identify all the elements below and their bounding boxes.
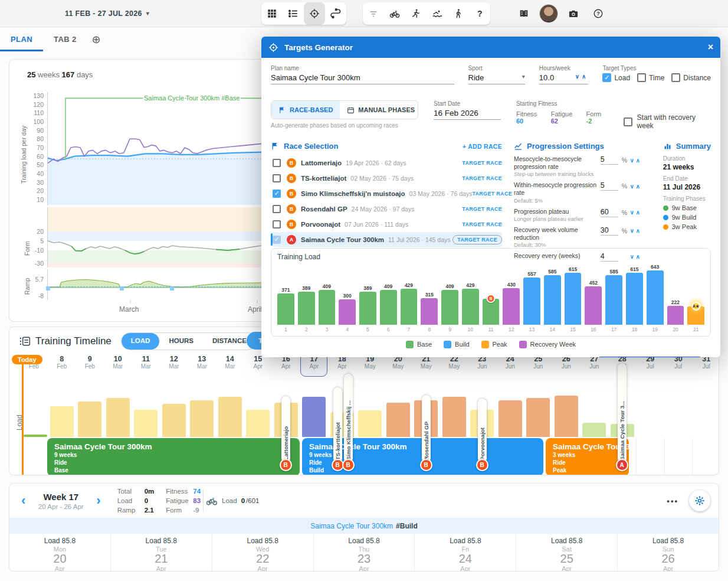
checkbox-unchecked[interactable] [273, 205, 281, 213]
walk-icon[interactable] [448, 2, 469, 25]
manual-phases-option[interactable]: MANUAL PHASES [340, 101, 418, 119]
weekly-load-bar[interactable] [386, 403, 410, 437]
bike-icon[interactable] [384, 2, 405, 25]
target-type-distance[interactable]: Distance [671, 73, 711, 82]
phase-bar-peak[interactable]: Saimaa Cycle Tour 300k3 weeksRidePeak [546, 438, 629, 475]
recovery-week-checkbox[interactable]: Start with recovery week [624, 109, 711, 135]
week-column-label[interactable]: 8Feb [48, 355, 76, 370]
week-column-label[interactable]: 14Mar [216, 355, 244, 370]
race-based-option[interactable]: RACE-BASED [271, 101, 340, 119]
weekly-load-bar[interactable] [78, 402, 101, 437]
close-icon[interactable]: × [708, 42, 713, 53]
target-race-button[interactable]: TARGET RACE [472, 191, 512, 197]
target-race-button[interactable]: TARGET RACE [462, 160, 502, 166]
race-row[interactable]: ✓BSimo Klimscheffskij'n muistoajo03 May … [271, 186, 502, 201]
stepper-icons[interactable]: ∨∧ [630, 157, 642, 164]
week-plan-banner[interactable]: Saimaa Cycle Tour 300km #Build [9, 518, 719, 534]
day-cell[interactable]: Load 85.8Wed22Apr [212, 534, 313, 572]
target-type-load[interactable]: ✓Load [602, 73, 630, 82]
weekly-load-bar[interactable] [582, 423, 606, 437]
filter-icon[interactable] [363, 2, 384, 25]
week-column-label[interactable]: 11Mar [132, 355, 160, 370]
target-race-button[interactable]: TARGET RACE [452, 235, 502, 244]
race-row[interactable]: BTS-kortteliajot02 May 2026 · 75 daysTAR… [271, 171, 502, 185]
weekly-load-bar[interactable] [218, 397, 242, 437]
race-flag-pill[interactable]: Porvoonajot [478, 399, 487, 463]
stepper-icons[interactable]: ∨∧ [630, 227, 642, 234]
race-flag-pill[interactable]: TS-kortteliajot [333, 387, 342, 463]
toggle-load[interactable]: LOAD [122, 333, 160, 350]
sport-select[interactable]: Ride ▾ [468, 73, 525, 84]
phase-bar-base[interactable]: Saimaa Cycle Tour 300km9 weeksRideBase [47, 438, 300, 475]
weekly-load-bar[interactable] [499, 400, 522, 437]
checkbox-checked[interactable]: ✓ [273, 236, 281, 244]
hours-per-week-input[interactable]: 10.0 ∨∧ [539, 73, 589, 84]
checkbox-checked[interactable]: ✓ [273, 190, 281, 198]
book-icon[interactable] [515, 2, 533, 25]
weekly-load-bar[interactable] [162, 404, 186, 437]
tab-plan[interactable]: PLAN [0, 28, 43, 51]
weekly-load-bar[interactable] [50, 406, 74, 437]
day-cell[interactable]: Load 85.8Mon20Apr [9, 534, 110, 572]
setting-value-input[interactable]: 30 [601, 226, 618, 236]
week-column-label[interactable]: 13Mar [188, 355, 216, 370]
target-type-time[interactable]: Time [637, 73, 664, 82]
weekly-load-bar[interactable] [442, 397, 466, 437]
race-flag-pill[interactable]: Simo Klimscheffskij ... [344, 374, 353, 463]
target-view-icon[interactable] [304, 2, 325, 25]
question-icon[interactable]: ? [469, 2, 490, 25]
route-view-icon[interactable] [325, 2, 346, 25]
grid-view-icon[interactable] [261, 2, 283, 25]
checkbox-unchecked[interactable] [273, 159, 281, 167]
more-options-icon[interactable]: ••• [667, 497, 678, 505]
day-cell[interactable]: Load 85.8Fri24Apr [414, 534, 516, 572]
race-row[interactable]: BRosendahl GP24 May 2026 · 97 daysTARGET… [271, 201, 502, 216]
week-column-label[interactable]: 9Feb [76, 355, 104, 370]
race-flag-pill[interactable]: Lattomeriajo [281, 396, 290, 463]
target-race-button[interactable]: TARGET RACE [462, 206, 502, 212]
race-row[interactable]: BLattomeriajo19 Apr 2026 · 62 daysTARGET… [271, 155, 502, 170]
weekly-load-bar[interactable] [246, 410, 270, 437]
avatar[interactable] [540, 5, 558, 22]
day-cell[interactable]: Load 85.8Sat25Apr [516, 534, 617, 572]
day-cell[interactable]: Load 85.8Thu23Apr [313, 534, 415, 572]
week-column-label[interactable]: 12Mar [160, 355, 188, 370]
day-cell[interactable]: Load 85.8Tue21Apr [110, 534, 212, 572]
target-race-button[interactable]: TARGET RACE [462, 221, 502, 227]
weekly-load-bar[interactable] [302, 397, 326, 437]
checkbox-unchecked[interactable] [273, 220, 281, 229]
run-icon[interactable] [405, 2, 427, 25]
day-cell[interactable]: Load 85.8Sun26Apr [617, 534, 719, 572]
race-row[interactable]: ✓ASaimaa Cycle Tour 300km11 Jul 2026 · 1… [271, 232, 502, 247]
list-view-icon[interactable] [283, 2, 304, 25]
weekly-load-bar[interactable] [106, 398, 130, 437]
weekly-load-bar[interactable] [526, 398, 550, 437]
prev-week-button[interactable]: ‹ [18, 493, 29, 508]
swim-icon[interactable] [427, 2, 448, 25]
race-flag-pill[interactable]: Rosendahl GP [422, 395, 431, 463]
stepper-icons[interactable]: ∨∧ [630, 209, 642, 216]
race-flag-pill[interactable]: Saimaa Cycle Tour 3... [618, 363, 627, 463]
settings-gear-button[interactable] [689, 490, 710, 511]
setting-value-input[interactable]: 60 [601, 208, 618, 217]
toggle-hours[interactable]: HOURS [159, 333, 203, 350]
target-race-button[interactable]: TARGET RACE [462, 175, 502, 181]
race-row[interactable]: BPorvoonajot07 Jun 2026 · 111 daysTARGET… [271, 217, 502, 231]
camera-icon[interactable] [565, 2, 582, 25]
add-race-button[interactable]: + ADD RACE [463, 143, 502, 150]
setting-value-input[interactable]: 5 [601, 181, 618, 191]
setting-value-input[interactable]: 5 [601, 155, 618, 165]
weekly-load-bar[interactable] [555, 396, 578, 437]
help-icon[interactable]: ? [589, 2, 607, 25]
add-tab-icon[interactable]: ⊕ [92, 33, 101, 46]
weekly-load-bar[interactable] [190, 400, 214, 437]
next-week-button[interactable]: › [93, 493, 104, 508]
tab-2[interactable]: TAB 2 [43, 28, 87, 51]
start-date-input[interactable]: 16 Feb 2026 [434, 109, 501, 120]
checkbox-unchecked[interactable] [273, 174, 281, 182]
place-on-calendar-button[interactable]: PLACE ON CALENDAR [598, 357, 701, 357]
plan-name-input[interactable]: Saimaa Cycle Tour 300km [271, 73, 454, 84]
weekly-load-bar[interactable] [358, 410, 382, 437]
weekly-load-bar[interactable] [134, 410, 158, 437]
week-column-label[interactable]: 10Mar [104, 355, 132, 370]
